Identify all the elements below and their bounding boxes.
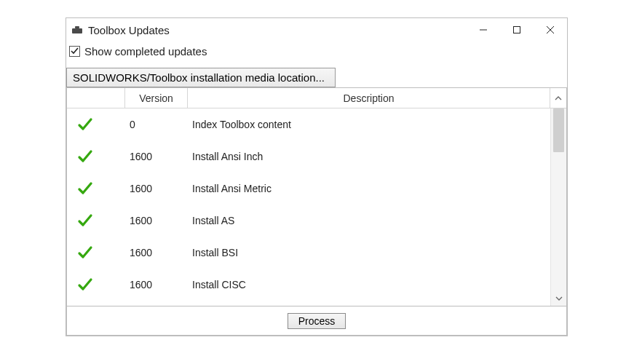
- toolbox-updates-window: Toolbox Updates Show completed updates S…: [66, 17, 568, 336]
- process-button[interactable]: Process: [288, 313, 346, 329]
- table-row[interactable]: 1600Install Ansi Inch: [67, 141, 550, 173]
- status-check-icon: [67, 181, 125, 197]
- list-header: Version Description: [67, 88, 566, 108]
- scroll-down-arrow[interactable]: [551, 291, 566, 306]
- row-version: 0: [125, 119, 188, 130]
- row-version: 1600: [125, 279, 188, 290]
- vertical-scrollbar[interactable]: [550, 108, 566, 306]
- table-row[interactable]: 1600Install Ansi Metric: [67, 173, 550, 205]
- titlebar: Toolbox Updates: [66, 18, 567, 41]
- show-completed-row: Show completed updates: [66, 41, 567, 60]
- table-row[interactable]: 1600Install BSI: [67, 237, 550, 269]
- column-description[interactable]: Description: [188, 88, 550, 108]
- column-version[interactable]: Version: [125, 88, 188, 108]
- show-completed-label: Show completed updates: [84, 45, 207, 58]
- status-check-icon: [67, 116, 125, 132]
- table-row[interactable]: 1600Install CISC: [67, 269, 550, 301]
- row-version: 1600: [125, 247, 188, 258]
- status-check-icon: [67, 245, 125, 261]
- window-title: Toolbox Updates: [88, 24, 170, 36]
- minimize-button[interactable]: [467, 18, 500, 41]
- table-row[interactable]: 1600Install AS: [67, 205, 550, 237]
- svg-rect-0: [72, 28, 82, 33]
- installation-media-button[interactable]: SOLIDWORKS/Toolbox installation media lo…: [66, 68, 336, 87]
- column-status[interactable]: [67, 88, 125, 108]
- updates-list: Version Description 0Index Toolbox conte…: [66, 87, 567, 306]
- svg-rect-3: [514, 27, 520, 33]
- app-icon: [72, 25, 84, 34]
- list-body: 0Index Toolbox content1600Install Ansi I…: [67, 108, 566, 306]
- scroll-up-header[interactable]: [550, 88, 566, 108]
- show-completed-checkbox[interactable]: [69, 46, 80, 57]
- scroll-track[interactable]: [551, 108, 566, 291]
- status-check-icon: [67, 149, 125, 165]
- row-version: 1600: [125, 215, 188, 226]
- row-description: Install Ansi Metric: [188, 183, 550, 194]
- table-row[interactable]: 0Index Toolbox content: [67, 108, 550, 141]
- window-controls: [467, 18, 567, 41]
- close-button[interactable]: [534, 18, 567, 41]
- row-version: 1600: [125, 151, 188, 162]
- row-description: Install AS: [188, 215, 550, 226]
- maximize-button[interactable]: [500, 18, 534, 41]
- status-check-icon: [67, 213, 125, 229]
- status-check-icon: [67, 277, 125, 293]
- scroll-thumb[interactable]: [553, 108, 564, 152]
- row-description: Install BSI: [188, 247, 550, 258]
- footer: Process: [66, 306, 567, 336]
- svg-rect-1: [75, 26, 79, 28]
- row-description: Install Ansi Inch: [188, 151, 550, 162]
- row-description: Index Toolbox content: [188, 119, 550, 130]
- row-version: 1600: [125, 183, 188, 194]
- row-description: Install CISC: [188, 279, 550, 290]
